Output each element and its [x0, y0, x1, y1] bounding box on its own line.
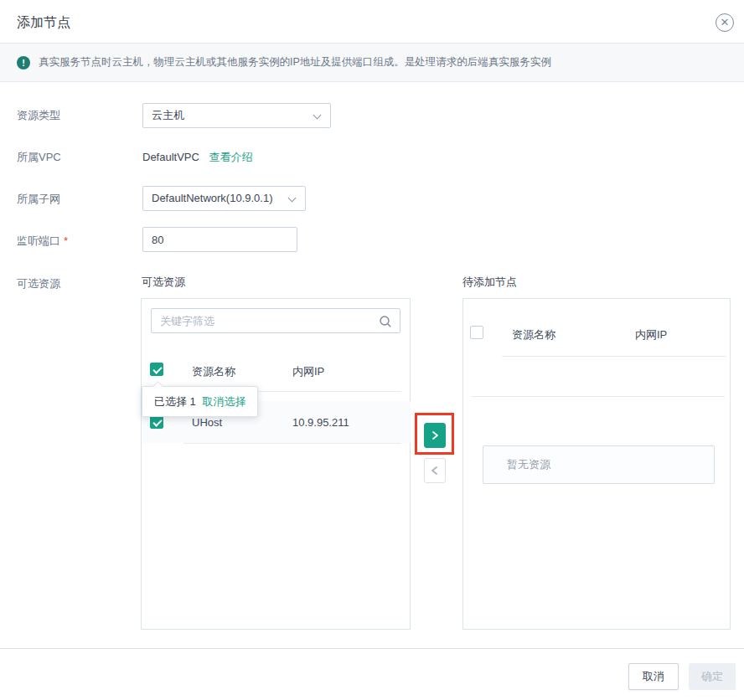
listen-port-input[interactable] — [152, 228, 288, 251]
pending-nodes-panel: 资源名称 内网IP 暂无资源 — [462, 298, 731, 630]
col-header-name: 资源名称 — [192, 364, 235, 379]
listen-port-label: 监听端口* — [17, 234, 68, 249]
col-header-ip: 内网IP — [292, 364, 324, 379]
select-all-checkbox[interactable] — [470, 326, 483, 339]
selected-count-text: 已选择 1 — [154, 395, 196, 408]
available-panel-title: 可选资源 — [142, 275, 185, 290]
pending-panel-title: 待添加节点 — [462, 275, 517, 290]
search-box — [151, 308, 400, 333]
info-icon — [17, 56, 30, 69]
chevron-down-icon — [288, 194, 297, 203]
subnet-label: 所属子网 — [17, 192, 60, 207]
available-resources-panel: 资源名称 内网IP UHost 10.9.95.211 — [141, 298, 411, 630]
empty-state: 暂无资源 — [483, 445, 715, 484]
info-banner: 真实服务节点时云主机，物理云主机或其他服务实例的IP地址及提供端口组成。是处理请… — [0, 44, 744, 82]
vpc-value-row: DefaultVPC 查看介绍 — [142, 150, 253, 165]
vpc-intro-link[interactable]: 查看介绍 — [209, 151, 253, 163]
arrow-right-icon — [430, 430, 440, 440]
chevron-down-icon — [313, 111, 322, 120]
col-header-ip: 内网IP — [635, 327, 667, 342]
footer-divider — [0, 648, 744, 649]
confirm-button[interactable]: 确定 — [689, 663, 736, 690]
row-ip: 10.9.95.211 — [292, 416, 349, 429]
add-node-dialog: 添加节点 ✕ 真实服务节点时云主机，物理云主机或其他服务实例的IP地址及提供端口… — [0, 0, 744, 700]
selection-tooltip: 已选择 1 取消选择 — [142, 386, 258, 417]
subnet-value: DefaultNetwork(10.9.0.1) — [152, 192, 273, 204]
resource-type-value: 云主机 — [152, 109, 184, 121]
move-right-button[interactable] — [424, 423, 446, 448]
vpc-label: 所属VPC — [17, 150, 61, 165]
row-checkbox[interactable] — [150, 415, 163, 429]
subnet-select[interactable]: DefaultNetwork(10.9.0.1) — [142, 186, 306, 211]
required-asterisk: * — [64, 234, 68, 247]
search-input[interactable] — [152, 309, 368, 332]
select-all-checkbox[interactable] — [150, 363, 163, 376]
table-divider — [183, 443, 401, 444]
arrow-left-icon — [430, 466, 440, 476]
row-name: UHost — [192, 416, 222, 429]
table-divider — [472, 396, 725, 397]
page-title: 添加节点 — [17, 14, 70, 32]
resource-type-label: 资源类型 — [17, 108, 60, 123]
table-divider — [502, 356, 726, 357]
search-icon — [379, 315, 392, 328]
resources-label: 可选资源 — [17, 276, 60, 291]
col-header-name: 资源名称 — [512, 327, 555, 342]
vpc-value: DefaultVPC — [142, 151, 199, 163]
clear-selection-link[interactable]: 取消选择 — [202, 395, 245, 408]
cancel-button[interactable]: 取消 — [628, 663, 679, 690]
resource-type-select[interactable]: 云主机 — [142, 103, 331, 128]
close-icon[interactable]: ✕ — [716, 13, 734, 32]
move-left-button[interactable] — [424, 458, 446, 483]
banner-text: 真实服务节点时云主机，物理云主机或其他服务实例的IP地址及提供端口组成。是处理请… — [39, 55, 551, 69]
listen-port-field-wrap — [142, 227, 297, 252]
